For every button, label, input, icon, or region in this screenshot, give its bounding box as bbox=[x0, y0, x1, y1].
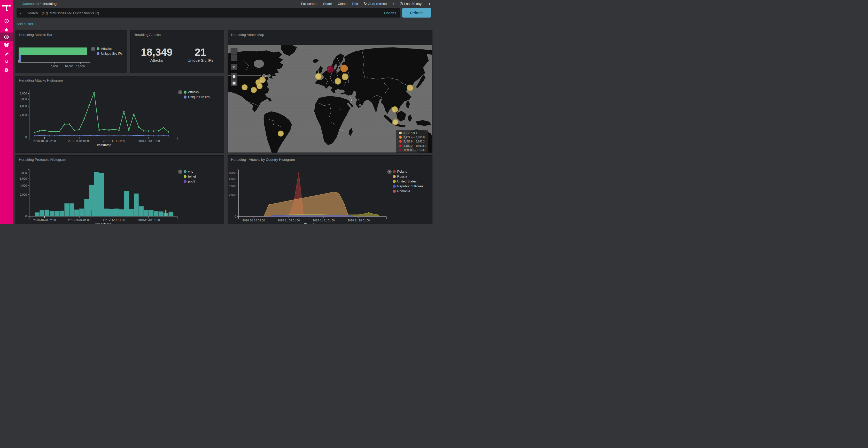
legend-item-pop3[interactable]: pop3 bbox=[184, 179, 195, 183]
attack-dot-ukraine[interactable] bbox=[342, 74, 348, 80]
legend-item-republic-of-korea[interactable]: Republic of Korea bbox=[393, 184, 423, 188]
time-forward-button[interactable]: › bbox=[429, 2, 430, 6]
sidebar bbox=[0, 0, 13, 224]
legend-color-dot bbox=[393, 180, 396, 183]
breadcrumb: Dashboard / Heralding bbox=[22, 2, 57, 6]
svg-text:2,000: 2,000 bbox=[229, 193, 236, 196]
map-draw-bounds-button[interactable] bbox=[231, 64, 238, 70]
plus-icon: + bbox=[34, 22, 36, 26]
map-legend-label: 2,729.4 – 5,455.8 bbox=[404, 136, 425, 139]
full-screen-button[interactable]: Full screen bbox=[301, 2, 317, 6]
refresh-button[interactable]: Refresh bbox=[402, 8, 431, 18]
sidebar-item-monitoring[interactable] bbox=[0, 57, 13, 66]
gauge-icon bbox=[4, 34, 9, 39]
attack-dot-new-england[interactable] bbox=[259, 77, 265, 83]
attacks-histogram-chart: 02,0004,0006,0008,0002018-10-28 02:00201… bbox=[16, 76, 224, 152]
attack-dot-indonesia[interactable] bbox=[393, 119, 398, 125]
attack-dot-france[interactable] bbox=[315, 74, 321, 79]
metric-attacks: 18,349 Attacks bbox=[141, 47, 172, 63]
sidebar-item-visualize[interactable] bbox=[0, 25, 13, 34]
legend-item-unique-src-ips[interactable]: Unique Src IPs bbox=[184, 95, 210, 99]
search-bar-row: >_ Options Refresh bbox=[13, 7, 434, 20]
clone-button[interactable]: Clone bbox=[338, 2, 346, 6]
map-polygon-tool-button[interactable] bbox=[231, 73, 238, 79]
svg-text:2018-11-04 01:00: 2018-11-04 01:00 bbox=[68, 218, 90, 222]
legend-color-dot bbox=[97, 52, 99, 55]
panel-attacks-histogram: Heralding Attacks Histogram 02,0004,0006… bbox=[16, 76, 224, 153]
attack-dot-south-korea[interactable] bbox=[407, 85, 413, 91]
legend-item-russia[interactable]: Russia bbox=[393, 174, 407, 179]
svg-text:0: 0 bbox=[25, 215, 27, 218]
legend-color-dot bbox=[184, 170, 187, 173]
sidebar-item-dev-tools[interactable] bbox=[0, 49, 13, 58]
telekom-logo-icon[interactable] bbox=[0, 2, 13, 14]
protocols-histogram-chart: 02,0004,0006,0008,0002018-10-28 02:00201… bbox=[16, 156, 224, 224]
legend-item-attacks[interactable]: Attacks bbox=[97, 47, 112, 51]
map-shape-tools bbox=[231, 73, 238, 86]
metric-label: Unique Src IPs bbox=[188, 58, 213, 63]
sidebar-item-discover[interactable] bbox=[0, 16, 13, 25]
legend-toggle-button[interactable]: › bbox=[91, 47, 95, 51]
legend-label: Unique Src IPs bbox=[188, 95, 210, 99]
legend-item-romania[interactable]: Romania bbox=[393, 189, 410, 193]
search-prompt-icon: >_ bbox=[20, 11, 24, 15]
clock-icon bbox=[400, 2, 403, 5]
attack-dot-brazil[interactable] bbox=[278, 131, 283, 136]
map-zoom-out-button[interactable] bbox=[231, 55, 238, 61]
world-map[interactable]: 3 – 2,729.42,729.4 – 5,455.85,455.8 – 8,… bbox=[228, 45, 432, 153]
svg-text:2,000: 2,000 bbox=[20, 113, 27, 117]
edit-button[interactable]: Edit bbox=[352, 2, 358, 6]
search-options-link[interactable]: Options bbox=[384, 11, 396, 15]
legend-color-dot bbox=[393, 185, 396, 188]
legend-item-unique-src-ips[interactable]: Unique Src IPs bbox=[97, 51, 122, 56]
map-zoom-in-button[interactable] bbox=[231, 48, 238, 55]
legend-toggle-button[interactable]: › bbox=[178, 90, 182, 95]
attack-dot-russia[interactable] bbox=[341, 65, 348, 72]
panel-title: Heralding Attacks bbox=[133, 33, 161, 37]
legend-color-dot bbox=[184, 96, 187, 99]
map-legend-row: 3 – 2,729.4 bbox=[399, 131, 428, 134]
attack-dot-poland[interactable] bbox=[327, 66, 334, 73]
breadcrumb-current: Heralding bbox=[41, 2, 57, 6]
metric-value: 21 bbox=[188, 47, 213, 58]
legend-toggle-button[interactable]: › bbox=[387, 170, 392, 174]
svg-text:Timestamp: Timestamp bbox=[304, 223, 320, 224]
add-filter-link[interactable]: Add a filter + bbox=[17, 22, 36, 26]
attack-dot-virginia[interactable] bbox=[257, 83, 262, 89]
breadcrumb-dashboard-link[interactable]: Dashboard bbox=[22, 2, 39, 6]
sidebar-item-management[interactable] bbox=[0, 66, 13, 74]
map-legend-row: 10,908.6 – 13,635 bbox=[399, 148, 428, 151]
legend-item-telnet[interactable]: telnet bbox=[184, 174, 196, 179]
svg-text:2018-11-04 01:00: 2018-11-04 01:00 bbox=[278, 219, 300, 222]
legend-item-vnc[interactable]: vnc bbox=[184, 170, 193, 174]
attack-dot-tennessee[interactable] bbox=[251, 87, 256, 93]
panel-attacks-bar: Heralding Attacks Bar 5,00010,00015,000 … bbox=[16, 30, 127, 73]
legend-toggle-button[interactable]: › bbox=[178, 170, 182, 174]
legend-item-attacks[interactable]: Attacks bbox=[184, 90, 199, 94]
svg-text:8,000: 8,000 bbox=[20, 92, 27, 95]
search-input[interactable] bbox=[26, 11, 384, 15]
legend-color-dot bbox=[184, 180, 187, 183]
legend-item-poland[interactable]: Poland bbox=[393, 170, 407, 174]
attack-dot-kansas[interactable] bbox=[242, 84, 247, 90]
metric-group: 18,349 Attacks 21 Unique Src IPs bbox=[130, 47, 224, 63]
legend-item-united-states[interactable]: United States bbox=[393, 179, 417, 183]
share-button[interactable]: Share bbox=[323, 2, 332, 6]
svg-text:8,000: 8,000 bbox=[229, 172, 236, 175]
map-legend-label: 8,182.2 – 10,908.6 bbox=[404, 144, 426, 147]
panel-protocols-histogram: Heralding Protocols Histogram 02,0004,00… bbox=[16, 156, 224, 224]
svg-text:2018-11-04 01:00: 2018-11-04 01:00 bbox=[68, 139, 90, 142]
svg-text:5,000: 5,000 bbox=[51, 65, 58, 68]
attack-dot-romania[interactable] bbox=[335, 78, 341, 84]
sidebar-item-dashboard[interactable] bbox=[0, 33, 13, 41]
attack-dot-vietnam[interactable] bbox=[392, 107, 398, 112]
metric-label: Attacks bbox=[141, 58, 172, 63]
auto-refresh-button[interactable]: ↻ Auto-refresh bbox=[364, 1, 387, 6]
map-legend-color-dot bbox=[399, 136, 402, 139]
time-back-button[interactable]: ‹ bbox=[393, 2, 394, 6]
time-range-picker[interactable]: Last 30 days bbox=[400, 2, 424, 6]
svg-text:6,000: 6,000 bbox=[229, 177, 236, 180]
map-rectangle-tool-button[interactable] bbox=[231, 79, 238, 86]
sidebar-item-t-pot[interactable] bbox=[0, 41, 13, 49]
svg-text:2018-11-11 01:00: 2018-11-11 01:00 bbox=[313, 219, 335, 222]
